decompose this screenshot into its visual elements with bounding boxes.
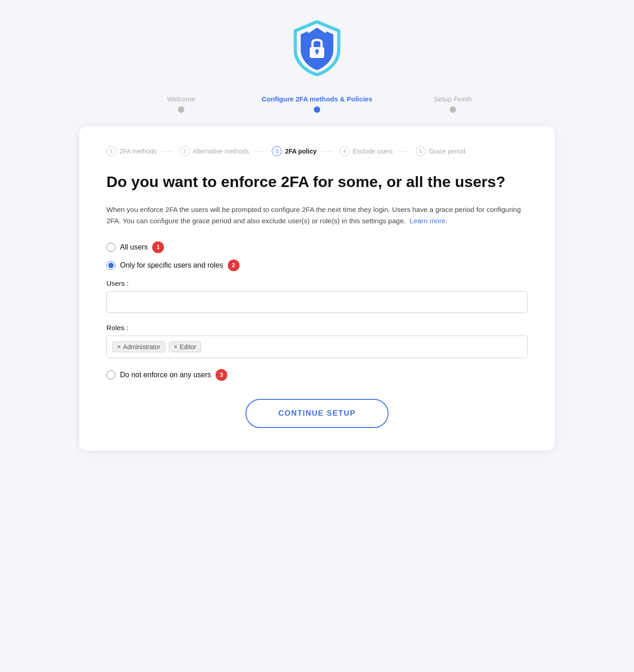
continue-setup-button[interactable]: CONTINUE SETUP (245, 399, 388, 428)
sub-step-label-4: Exclude users (353, 148, 393, 155)
radio-all-users-label: All users (120, 243, 148, 251)
tag-administrator[interactable]: × Administrator (112, 341, 165, 352)
sub-step-2fa-policy[interactable]: 3 2FA policy (249, 146, 317, 156)
badge-2: 2 (228, 259, 240, 271)
tag-editor[interactable]: × Editor (169, 341, 201, 352)
progress-dot-welcome (178, 106, 184, 113)
radio-specific-users[interactable]: Only for specific users and roles 2 (106, 259, 528, 271)
progress-dot-finish (450, 106, 456, 113)
progress-step-welcome: Welcome (113, 95, 249, 113)
radio-specific-users-label: Only for specific users and roles (120, 261, 223, 269)
roles-field-group: Roles : × Administrator × Editor (106, 324, 528, 358)
users-input[interactable] (106, 291, 528, 313)
radio-all-users-input[interactable] (106, 243, 115, 252)
progress-bar: Welcome Configure 2FA methods & Policies… (113, 95, 521, 113)
sub-step-circle-2: 2 (180, 146, 190, 156)
sub-step-exclude-users[interactable]: 4 Exclude users (317, 146, 393, 156)
sub-step-circle-5: 5 (416, 146, 426, 156)
sub-step-2fa-methods[interactable]: 1 2FA methods (106, 146, 157, 156)
main-card: 1 2FA methods 2 Alternative methods 3 2F… (79, 126, 555, 451)
page-heading: Do you want to enforce 2FA for some, or … (106, 173, 528, 191)
sub-step-circle-4: 4 (340, 146, 350, 156)
progress-step-configure-label: Configure 2FA methods & Policies (262, 95, 372, 103)
radio-specific-users-input[interactable] (106, 261, 115, 270)
tag-remove-administrator[interactable]: × (117, 344, 121, 350)
badge-3: 3 (216, 369, 227, 381)
description-body: When you enforce 2FA the users will be p… (106, 206, 521, 225)
users-field-group: Users : (106, 279, 528, 313)
sub-step-alt-methods[interactable]: 2 Alternative methods (157, 146, 249, 156)
tag-label-editor: Editor (180, 343, 197, 350)
radio-no-enforce-input[interactable] (106, 370, 115, 379)
roles-field-label: Roles : (106, 324, 528, 332)
shield-logo-icon (290, 18, 344, 77)
sub-step-grace-period[interactable]: 5 Grace period (393, 146, 466, 156)
progress-step-finish: Setup Finish (385, 95, 521, 113)
progress-step-finish-label: Setup Finish (434, 95, 471, 103)
description-text: When you enforce 2FA the users will be p… (106, 204, 528, 227)
logo-container (290, 18, 344, 79)
progress-step-configure: Configure 2FA methods & Policies (249, 95, 385, 113)
progress-step-welcome-label: Welcome (167, 95, 195, 103)
sub-steps: 1 2FA methods 2 Alternative methods 3 2F… (106, 146, 528, 156)
radio-no-enforce-label: Do not enforce on any users (120, 371, 211, 379)
sub-step-circle-1: 1 (106, 146, 116, 156)
sub-step-label-1: 2FA methods (120, 148, 157, 155)
learn-more-link[interactable]: Learn more. (409, 217, 447, 225)
tag-label-administrator: Administrator (123, 343, 160, 350)
roles-input-container[interactable]: × Administrator × Editor (106, 336, 528, 358)
radio-no-enforce[interactable]: Do not enforce on any users 3 (106, 369, 528, 381)
sub-step-label-3: 2FA policy (285, 148, 317, 155)
sub-step-circle-3: 3 (272, 146, 282, 156)
radio-all-users[interactable]: All users 1 (106, 241, 528, 253)
svg-rect-2 (316, 51, 318, 54)
users-field-label: Users : (106, 279, 528, 288)
sub-step-label-5: Grace period (429, 148, 466, 155)
progress-dot-configure (314, 106, 320, 113)
tag-remove-editor[interactable]: × (174, 344, 178, 350)
sub-step-label-2: Alternative methods (193, 148, 249, 155)
badge-1: 1 (152, 241, 164, 253)
